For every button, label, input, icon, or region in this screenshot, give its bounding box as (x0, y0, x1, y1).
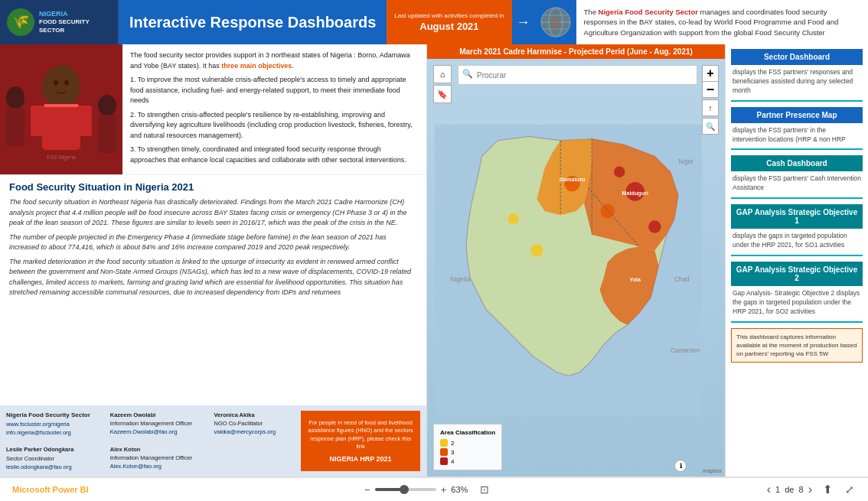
header: 🌾 NIGERIA FOOD SECURITY SECTOR Interacti… (0, 0, 868, 44)
gap-so2-section: GAP Analysis Strategic Objective 2 Gap A… (731, 262, 863, 323)
svg-text:🌾: 🌾 (12, 13, 30, 30)
gap-so2-button[interactable]: GAP Analysis Strategic Objective 2 (731, 262, 863, 286)
contact4-name: Veronica Akika (214, 411, 299, 419)
globe-section (535, 0, 576, 44)
contact2-title: Information Management Officer (110, 420, 192, 427)
cash-dashboard-desc: displays the FSS partners' Cash Interven… (731, 174, 863, 199)
partner-map-button[interactable]: Partner Presence Map (731, 107, 863, 123)
org-link[interactable]: www.fscluster.org/nigeria (6, 421, 70, 428)
legend-item-3: 3 (440, 448, 495, 456)
partner-map-desc: displays the FSS partners' in the interv… (731, 126, 863, 151)
zoom-out-btn[interactable]: − (702, 81, 719, 98)
map-panel: March 2021 Cadre Harmnise - Projected Pe… (427, 44, 725, 477)
home-btn[interactable]: ⌂ (433, 65, 452, 83)
info-box: This dashboard captures information avai… (731, 328, 863, 363)
bookmark-btn[interactable]: 🔖 (433, 85, 452, 103)
svg-rect-11 (31, 106, 46, 136)
next-page-btn[interactable]: › (808, 483, 812, 496)
contact4-email[interactable]: vakika@mercycorps.org (214, 428, 276, 435)
description-link[interactable]: Nigeria Food Security Sector (599, 8, 698, 16)
contact1-name: Lesile Parker Odongkara (6, 445, 108, 454)
sector-dashboard-button[interactable]: Sector Dashboard (731, 49, 863, 65)
contact3-email[interactable]: Alex.Koton@fao.org (110, 463, 162, 470)
contact1-title: Sector Coordinator (6, 455, 54, 462)
hrp-link[interactable]: NIGERIA HRP 2021 (330, 455, 392, 463)
svg-rect-17 (6, 108, 24, 146)
svg-text:Niger: Niger (678, 158, 693, 165)
svg-text:Damaturu: Damaturu (560, 177, 585, 183)
prev-page-btn[interactable]: ‹ (767, 483, 771, 496)
map-search-input[interactable] (458, 65, 697, 85)
svg-rect-18 (98, 115, 116, 153)
contact2-email[interactable]: Kazeem.Owolabi@fao.org (110, 428, 178, 435)
hrp-callout: For people in need of food and livelihoo… (301, 411, 420, 472)
export-btn[interactable]: ⬆ (821, 483, 834, 496)
gap-so1-button[interactable]: GAP Analysis Strategic Objective 1 (731, 204, 863, 229)
page-title: Interactive Response Dashboards (129, 14, 376, 31)
zoom-plus-label: + (441, 484, 447, 496)
contact-col-2: Kazeem Owolabi Information Management Of… (110, 411, 212, 472)
nigeria-map-svg: Maiduguri Yola Damaturu Niger Chad Camer… (435, 86, 702, 454)
svg-rect-19 (44, 104, 78, 107)
updated-date: August 2021 (419, 21, 478, 32)
svg-point-16 (98, 95, 116, 116)
map-search-container: 🔍 (458, 65, 697, 85)
contact3-title: Information Management Officer (110, 454, 192, 461)
objective1: 1. To improve the most vulnerable crisis… (130, 75, 419, 106)
legend-item-4: 4 (440, 457, 495, 465)
cash-dashboard-section: Cash Dashboard displays the FSS partners… (731, 155, 863, 199)
logo-text: NIGERIA FOOD SECURITY SECTOR (39, 10, 90, 34)
contact3-name: Alex Koton (110, 445, 212, 454)
objective2: 2. To strengthen crisis-affected people'… (130, 110, 419, 142)
svg-point-14 (64, 80, 69, 86)
arrow-icon: → (517, 15, 530, 31)
svg-text:Nigeria: Nigeria (451, 276, 471, 283)
contact-col-3: Veronica Akika NGO Co-Facilitator vakika… (214, 411, 299, 472)
header-title-section: Interactive Response Dashboards (119, 0, 387, 44)
left-panel: FSS Nigeria The food security sector pro… (0, 44, 427, 477)
north-btn[interactable]: ↑ (702, 99, 719, 116)
gap-so2-desc: Gap Analysis- Strategic Objective 2 disp… (731, 289, 863, 323)
info-button[interactable]: ℹ (674, 460, 687, 472)
svg-text:FSS Nigeria: FSS Nigeria (47, 155, 76, 161)
powerbi-link[interactable]: Microsoft Power BI (12, 485, 89, 494)
cash-dashboard-button[interactable]: Cash Dashboard (731, 155, 863, 171)
search-location-btn[interactable]: 🔍 (702, 118, 719, 135)
zoom-slider[interactable] (375, 488, 436, 491)
svg-text:Yola: Yola (629, 277, 641, 283)
hrp-text: For people in need of food and livelihoo… (305, 419, 416, 451)
header-description: The Nigeria Food Security Sector manages… (576, 0, 868, 44)
page-info: 1 de 8 (775, 485, 804, 494)
svg-rect-12 (77, 106, 92, 136)
situation-p3: The marked deterioration in the food sec… (9, 257, 417, 298)
highlight-text: three main objectives (221, 62, 292, 70)
logo-section: 🌾 NIGERIA FOOD SECURITY SECTOR (0, 0, 119, 44)
fullscreen-btn[interactable]: ⤢ (844, 483, 856, 496)
zoom-percent: 63% (451, 485, 474, 494)
search-icon: 🔍 (462, 69, 473, 79)
globe-icon (540, 6, 572, 38)
svg-point-28 (507, 213, 518, 224)
sector-dashboard-section: Sector Dashboard displays the FSS partne… (731, 49, 863, 102)
map-legend: Area Classification 2 3 4 (433, 424, 502, 470)
zoom-minus-label: − (364, 484, 370, 496)
svg-point-13 (54, 80, 58, 86)
objective3: 3. To strengthen timely, coordinated and… (130, 145, 419, 165)
gap-so1-section: GAP Analysis Strategic Objective 1 displ… (731, 204, 863, 256)
svg-point-9 (42, 65, 80, 108)
map-toolbar: ⌂ 🔖 (433, 65, 452, 103)
org-name: Nigeria Food Security Sector (6, 411, 108, 420)
gap-so1-desc: displays the gaps in targeted population… (731, 232, 863, 256)
zoom-in-btn[interactable]: + (702, 65, 719, 82)
main-content: FSS Nigeria The food security sector pro… (0, 44, 868, 477)
legend-item-2: 2 (440, 439, 495, 447)
svg-text:Chad: Chad (674, 276, 690, 283)
contact4-title: NGO Co-Facilitator (214, 420, 263, 427)
fit-page-btn[interactable]: ⊡ (478, 483, 491, 496)
svg-point-24 (614, 167, 625, 177)
org-email[interactable]: info.nigeria@fscluster.org (6, 429, 71, 436)
zoom-controls: + − ↑ 🔍 (702, 65, 719, 135)
bottom-bar: Microsoft Power BI − + 63% ⊡ ‹ 1 de 8 › … (0, 477, 868, 501)
svg-point-23 (648, 220, 661, 233)
contact1-email[interactable]: leslie.odongkara@fao.org (6, 464, 72, 470)
